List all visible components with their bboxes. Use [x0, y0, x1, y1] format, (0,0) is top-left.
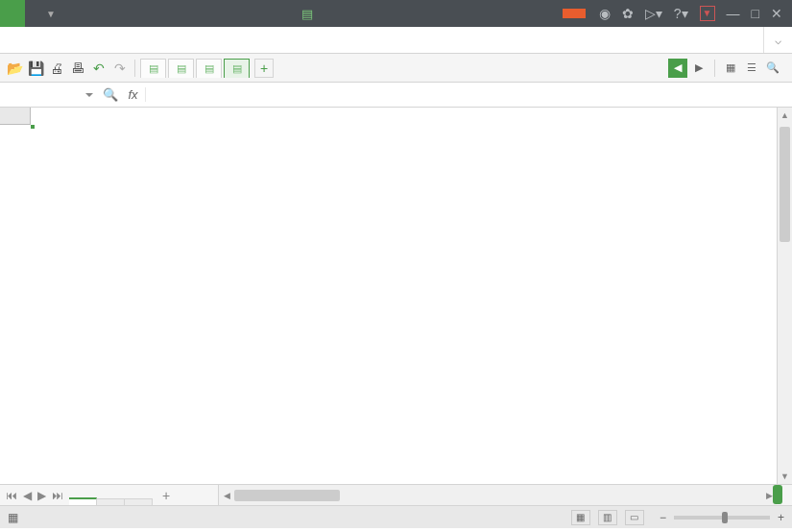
sheet-area: ▲ ▼: [0, 108, 792, 484]
maximize-icon[interactable]: □: [752, 6, 759, 21]
titlebar: ▼ ▤ ◉ ✿ ▷▾ ?▾ ▼ — □ ✕: [0, 0, 792, 27]
search-icon[interactable]: 🔍: [763, 59, 782, 78]
sheet-icon: ▤: [232, 62, 242, 75]
list-icon[interactable]: ☰: [742, 59, 761, 78]
menu-data[interactable]: [113, 27, 138, 53]
menu-layout[interactable]: [63, 27, 88, 53]
select-all-corner[interactable]: [0, 108, 31, 125]
zoom-out-icon[interactable]: −: [660, 511, 666, 524]
sheet-icon: ▤: [204, 62, 214, 75]
add-sheet-button[interactable]: +: [153, 485, 180, 505]
zoom-slider[interactable]: [674, 516, 770, 520]
open-icon[interactable]: 📂: [4, 58, 25, 79]
hscroll-thumb[interactable]: [234, 490, 340, 501]
print-icon[interactable]: 🖶: [67, 58, 88, 79]
sheet-next-icon[interactable]: ▶: [37, 489, 46, 502]
new-tab-button[interactable]: +: [254, 59, 274, 78]
layout-icon[interactable]: ▦: [8, 511, 18, 524]
skin-icon[interactable]: ▼: [700, 6, 715, 21]
menu-view[interactable]: [163, 27, 188, 53]
menubar: ⌵: [0, 27, 792, 54]
scroll-up-icon[interactable]: ▲: [778, 108, 792, 123]
login-button[interactable]: [563, 9, 586, 18]
menu-smarttools[interactable]: [238, 27, 263, 53]
statusbar: ▦ ▦ ▥ ▭ − +: [0, 505, 792, 528]
sync-icon[interactable]: ◉: [599, 6, 611, 21]
settings-icon[interactable]: ✿: [622, 6, 634, 21]
formula-bar: 🔍 fx: [0, 83, 792, 108]
tab-prev-button[interactable]: ◀: [668, 59, 687, 78]
menu-formula[interactable]: [88, 27, 113, 53]
sheet-icon: ▤: [177, 62, 186, 75]
grid-icon[interactable]: ▦: [721, 59, 740, 78]
doc-tab-2[interactable]: ▤: [168, 59, 194, 78]
sheet-tab-1[interactable]: [69, 497, 97, 505]
vertical-scrollbar[interactable]: ▲ ▼: [777, 108, 792, 484]
menu-insert[interactable]: [38, 27, 63, 53]
doc-tab-4[interactable]: ▤: [224, 59, 250, 78]
menu-devtools[interactable]: [188, 27, 213, 53]
tab-next-button[interactable]: ▶: [689, 59, 708, 78]
zoom-in-icon[interactable]: +: [778, 511, 784, 524]
doc-icon: ▤: [301, 7, 313, 21]
scroll-left-icon[interactable]: ◀: [219, 491, 234, 500]
menu-cloud[interactable]: [213, 27, 238, 53]
sheet-prev-icon[interactable]: ◀: [23, 489, 32, 502]
sheet-first-icon[interactable]: ⏮: [6, 489, 17, 502]
app-logo: [0, 0, 25, 27]
redo-icon[interactable]: ↷: [109, 58, 131, 79]
selection-box: [31, 125, 35, 129]
undo-icon[interactable]: ↶: [88, 58, 109, 79]
doc-tab-1[interactable]: ▤: [140, 59, 166, 78]
print-preview-icon[interactable]: 🖨: [46, 58, 67, 79]
pin-icon[interactable]: ▷▾: [645, 6, 662, 21]
menu-expand-icon[interactable]: ⌵: [763, 27, 792, 53]
view-page-icon[interactable]: ▥: [598, 510, 617, 525]
sheet-tab-2[interactable]: [97, 498, 125, 505]
scroll-down-icon[interactable]: ▼: [778, 469, 792, 484]
menu-review[interactable]: [138, 27, 163, 53]
view-break-icon[interactable]: ▭: [625, 510, 644, 525]
minimize-icon[interactable]: —: [727, 6, 740, 21]
doc-tabbar: 📂 💾 🖨 🖶 ↶ ↷ ▤ ▤ ▤ ▤ + ◀ ▶ ▦ ☰ 🔍: [0, 54, 792, 83]
doc-tab-3[interactable]: ▤: [196, 59, 222, 78]
save-icon[interactable]: 💾: [25, 58, 46, 79]
horizontal-scrollbar[interactable]: ◀ ▶: [218, 485, 777, 505]
menu-start[interactable]: [13, 27, 38, 53]
fx-search-icon[interactable]: 🔍: [100, 87, 121, 102]
sheet-tab-3[interactable]: [125, 498, 153, 505]
app-menu-dropdown[interactable]: ▼: [40, 9, 61, 19]
close-icon[interactable]: ✕: [771, 6, 782, 21]
sheet-tab-row: ⏮ ◀ ▶ ⏭ + ◀ ▶: [0, 484, 792, 505]
sheet-last-icon[interactable]: ⏭: [52, 489, 63, 502]
view-normal-icon[interactable]: ▦: [571, 510, 590, 525]
help-icon[interactable]: ?▾: [674, 6, 688, 21]
fx-icon[interactable]: fx: [121, 87, 146, 102]
scroll-right-icon[interactable]: ▶: [761, 491, 777, 500]
vscroll-thumb[interactable]: [780, 127, 790, 242]
sheet-icon: ▤: [149, 62, 158, 75]
